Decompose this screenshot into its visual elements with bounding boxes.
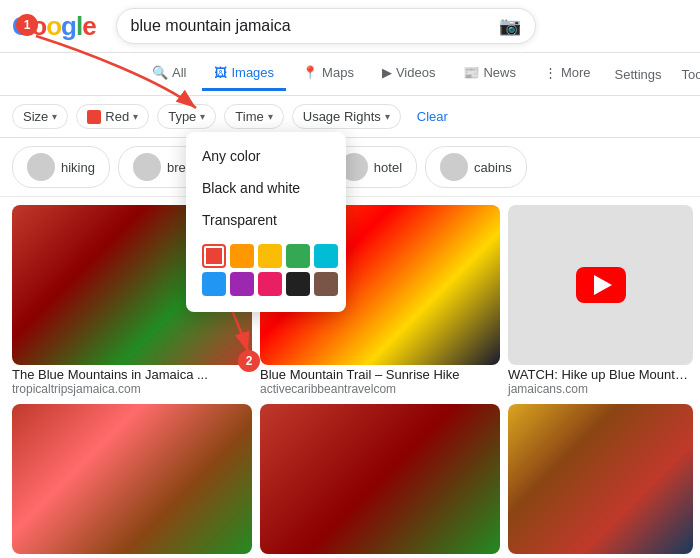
tab-more[interactable]: ⋮ More <box>532 57 603 91</box>
filter-bar: Size ▾ Red ▾ Type ▾ Time ▾ Usage Rights … <box>0 96 700 138</box>
tab-all[interactable]: 🔍 All <box>140 57 198 91</box>
more-icon: ⋮ <box>544 65 557 80</box>
suggestion-thumb <box>133 153 161 181</box>
image-caption-1: The Blue Mountains in Jamaica ... <box>12 367 252 382</box>
tab-maps[interactable]: 📍 Maps <box>290 57 366 91</box>
image-card-3[interactable]: WATCH: Hike up Blue Mountain, Jamaica ja… <box>508 205 693 396</box>
nav-tabs: 🔍 All 🖼 Images 📍 Maps ▶ Videos 📰 News ⋮ … <box>0 53 700 96</box>
images-icon: 🖼 <box>214 65 227 80</box>
swatch-orange[interactable] <box>230 244 254 268</box>
color-option-any[interactable]: Any color <box>186 140 346 172</box>
usage-rights-filter[interactable]: Usage Rights ▾ <box>292 104 401 129</box>
settings-tab[interactable]: Settings <box>607 59 670 90</box>
swatch-black[interactable] <box>286 272 310 296</box>
image-caption-3: WATCH: Hike up Blue Mountain, Jamaica <box>508 367 693 382</box>
chevron-down-icon: ▾ <box>385 111 390 122</box>
image-source-1: tropicaltripsjamaica.com <box>12 382 252 396</box>
image-card-6[interactable] <box>508 404 693 554</box>
color-option-bw[interactable]: Black and white <box>186 172 346 204</box>
maps-icon: 📍 <box>302 65 318 80</box>
type-filter[interactable]: Type ▾ <box>157 104 216 129</box>
suggestions-row: hiking break snow hotel cabins <box>0 138 700 197</box>
search-icon: 🔍 <box>152 65 168 80</box>
videos-icon: ▶ <box>382 65 392 80</box>
swatch-purple[interactable] <box>230 272 254 296</box>
color-dropdown: Any color Black and white Transparent <box>186 132 346 312</box>
color-option-transparent[interactable]: Transparent <box>186 204 346 236</box>
annotation-1: 1 <box>16 14 38 36</box>
chevron-down-icon: ▾ <box>133 111 138 122</box>
swatch-brown[interactable] <box>314 272 338 296</box>
tab-videos[interactable]: ▶ Videos <box>370 57 448 91</box>
swatch-teal[interactable] <box>314 244 338 268</box>
image-column-3: WATCH: Hike up Blue Mountain, Jamaica ja… <box>508 205 693 554</box>
tools-tab[interactable]: Too... <box>674 59 700 90</box>
image-thumbnail-5 <box>260 404 500 554</box>
color-swatch-red <box>87 110 101 124</box>
image-thumbnail-3 <box>508 205 693 365</box>
color-swatches <box>186 236 346 304</box>
suggestion-hiking[interactable]: hiking <box>12 146 110 188</box>
suggestion-thumb <box>440 153 468 181</box>
time-filter[interactable]: Time ▾ <box>224 104 283 129</box>
image-grid: The Blue Mountains in Jamaica ... tropic… <box>0 197 700 558</box>
suggestion-cabins[interactable]: cabins <box>425 146 527 188</box>
image-caption-2: Blue Mountain Trail – Sunrise Hike <box>260 367 500 382</box>
chevron-down-icon: ▾ <box>52 111 57 122</box>
camera-icon[interactable]: 📷 <box>499 15 521 37</box>
suggestion-thumb <box>27 153 55 181</box>
image-source-2: activecaribbeantravelcom <box>260 382 500 396</box>
news-icon: 📰 <box>463 65 479 80</box>
clear-button[interactable]: Clear <box>409 105 456 128</box>
play-triangle <box>594 275 612 295</box>
tab-news[interactable]: 📰 News <box>451 57 528 91</box>
search-bar[interactable]: 📷 <box>116 8 536 44</box>
youtube-play-icon <box>576 267 626 303</box>
tab-images[interactable]: 🖼 Images <box>202 57 286 91</box>
image-thumbnail-6 <box>508 404 693 554</box>
color-filter[interactable]: Red ▾ <box>76 104 149 129</box>
swatch-green[interactable] <box>286 244 310 268</box>
annotation-circle-2: 2 <box>238 350 260 372</box>
swatch-red[interactable] <box>202 244 226 268</box>
swatch-pink[interactable] <box>258 272 282 296</box>
annotation-circle-1: 1 <box>16 14 38 36</box>
search-input[interactable] <box>131 17 491 35</box>
image-card-4[interactable] <box>12 404 252 554</box>
chevron-down-icon: ▾ <box>268 111 273 122</box>
image-thumbnail-4 <box>12 404 252 554</box>
chevron-down-icon: ▾ <box>200 111 205 122</box>
image-card-5[interactable] <box>260 404 500 554</box>
swatch-blue[interactable] <box>202 272 226 296</box>
header: Google 📷 <box>0 0 700 53</box>
image-source-3: jamaicans.com <box>508 382 693 396</box>
size-filter[interactable]: Size ▾ <box>12 104 68 129</box>
swatch-yellow[interactable] <box>258 244 282 268</box>
annotation-2: 2 <box>238 350 260 372</box>
